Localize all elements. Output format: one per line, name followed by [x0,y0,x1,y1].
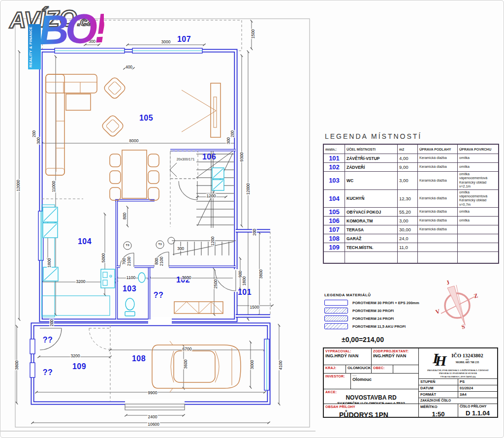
legend-cell: Keramická dlažba [418,163,458,172]
legend-cell: 55,20 [398,208,418,217]
legend-cell: 107 [323,225,345,234]
datum-label: DATUM [420,386,456,390]
cislo-value: D 1.1.04 [460,409,496,417]
legend-row [323,252,499,264]
stairs [168,151,236,255]
wall-openings [125,269,239,407]
kitchen-counter [42,205,115,317]
format-value: 3A4 [460,392,496,397]
firm-ico: IČO 13243802 [451,353,483,358]
legend-cell: 104 [323,189,345,208]
obsah-cell: OBSAH PŘÍLOHY PŮDORYS 1PN [324,404,419,417]
legend-header: ÚPRAVA POVRCHU [458,144,499,154]
meritko-cell: MĚŘÍTKO 1:50 [419,404,458,417]
floorplan-page: .w{stroke:#2326d4;stroke-width:7;fill:no… [0,0,504,438]
datum-value-cell: 01/2024 [458,385,497,392]
vypracoval-cell: VYPRACOVAL: ING.HRDÝ IVAN [324,348,372,365]
legend-header: místn.: [323,144,345,154]
legend-cell: Keramická dlažba [418,208,458,217]
legend-cell: omítka vápenocementová Keramický obklad … [458,189,499,208]
armchair [101,114,125,138]
room-legend-table: místn.:ÚČEL MÍSTNOSTIm2ÚPRAVA PODLAHYÚPR… [323,144,499,264]
material-item: POROTHERM 11,5 AKU PROFI [324,323,440,329]
legend-row: 101ZÁVĚTŘÍ-VSTUP4,00Keramická dlažbaomít… [323,154,499,163]
legend-cell: Keramická dlažba [418,217,458,225]
legend-cell: Keramická dlažba [418,225,458,234]
legend-cell: KUCHYŇ [345,189,398,208]
legend-cell: Keramická dlažba [418,154,458,163]
legend-cell: GARÁŽ [345,234,398,243]
legend-cell: 4,00 [398,154,418,163]
title-block: VYPRACOVAL: ING.HRDÝ IVAN ZODP.PROJEKTAN… [323,347,498,418]
sofa [46,74,97,175]
materials-legend: LEGENDA MATERIÁLŮ POROTHERM 30 PROFI + E… [324,293,440,331]
legend-cell [458,243,499,252]
legend-cell: omítka [458,163,499,172]
room-legend: LEGENDA MÍSTNOSTÍ místn.:ÚČEL MÍSTNOSTIm… [323,132,482,264]
format-label: FORMÁT [420,392,456,397]
legend-cell: omítka [458,154,499,163]
zodp-label: ZODP.PROJEKTANT: [373,349,417,353]
stupen-value: PS [460,379,496,384]
toilet [125,298,135,316]
datum-value: 01/2024 [460,386,496,390]
room-legend-title: LEGENDA MÍSTNOSTÍ [325,132,482,140]
legend-cell: 103 [323,172,345,190]
legend-row: 109TECH.MÍSTN.11,0 [323,243,499,252]
legend-cell: KOMORA,TM [345,217,398,225]
firm-cell: I H IČO 13243802 tel. MOBIL 605 708 235 … [419,348,497,379]
legend-cell: 9,00 [398,163,418,172]
material-label: POROTHERM 11,5 AKU PROFI [352,324,406,329]
level-note: ±0,00=214,00 [342,336,384,344]
meritko-label: MĚŘÍTKO [420,405,456,409]
material-swatch [324,300,348,306]
legend-cell [458,234,499,243]
legend-cell: ZÁDVEŘÍ [345,163,398,172]
cislo-label: ČÍSLO PŘÍLOHY [460,405,496,408]
legend-cell: 12,30 [398,189,418,208]
firm-mobil: MOBIL 605 708 235 [451,361,483,364]
zodp-value: ING.HRDÝ IVAN [373,353,417,358]
investor-label-cell: INVESTOR: [324,374,351,389]
legend-cell [345,252,398,264]
material-item: POROTHERM 30 PROFI + EPS 200mm [324,300,440,306]
obec-label-cell: OBEC: [372,365,393,374]
akce-label: AKCE: [325,390,417,394]
material-swatch [324,323,348,329]
zakazka-cell: ZAKÁZKOVÉ ČÍSLO [419,398,497,404]
legend-cell [418,243,458,252]
obec-value-cell [393,365,419,374]
legend-cell [323,252,345,264]
legend-cell [418,234,458,243]
investor-label: INVESTOR: [325,374,349,378]
legend-cell: TERASA [345,225,398,234]
legend-cell [418,252,458,264]
legend-row: 102ZÁDVEŘÍ9,00Keramická dlažbaomítka [323,163,499,172]
akce-cell: AKCE: NOVOSTAVBA RD SV.KOPEČEK U OLOMOUC… [324,389,419,404]
material-item: POROTHERM 30 PROFI [324,308,440,313]
kraj-label-cell: KRAJ: [324,365,346,374]
investor-value-cell: ----- Olomouc [351,374,419,389]
legend-cell: WC [345,172,398,190]
legend-cell: ZÁVĚTŘÍ-VSTUP [345,154,398,163]
legend-cell: OBÝVACÍ POKOJ [345,208,398,217]
zakazka-label: ZAKÁZKOVÉ ČÍSLO [420,399,496,402]
legend-cell: 30,00 [398,225,418,234]
tv-wall-unit [182,83,220,137]
stupen-label: STUPEŇ [420,379,456,384]
material-swatch [324,315,348,321]
legend-cell: omítka vápenocementová Keramický obklad … [458,172,499,190]
cislo-cell: ČÍSLO PŘÍLOHY D 1.1.04 [458,404,497,417]
legend-cell: Keramická dlažba [418,189,458,208]
akce-line1: NOVOSTAVBA RD [325,394,417,401]
datum-label-cell: DATUM [419,385,458,392]
stupen-value-cell: PS [458,379,497,385]
zodp-cell: ZODP.PROJEKTANT: ING.HRDÝ IVAN [372,348,419,365]
legend-row: 104KUCHYŇ12,30Keramická dlažbaomítka váp… [323,189,499,208]
legend-cell [398,252,418,264]
firm-initial-h: H [435,353,446,368]
stupen-label-cell: STUPEŇ [419,379,458,385]
legend-header: ÚČEL MÍSTNOSTI [345,144,398,154]
legend-cell: omítka [458,217,499,225]
kraj-value-cell: OLOMOUCKÝ [346,365,372,374]
